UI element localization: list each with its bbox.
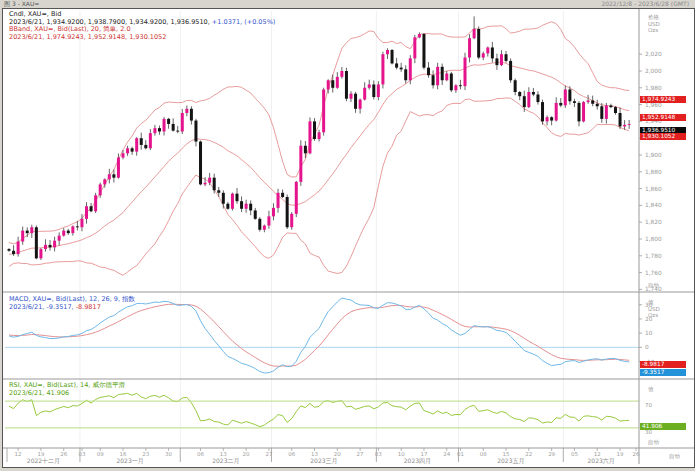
- candle-body: [432, 75, 435, 85]
- candle-body: [336, 77, 339, 88]
- rsi-clip: [9, 393, 629, 426]
- window-titlebar[interactable]: 图 3 - XAU= 2022/12/8 - 2023/6/28 (GMT): [0, 0, 695, 8]
- candle-body: [144, 145, 147, 148]
- day-tick-label: 20: [243, 451, 250, 457]
- candle-body: [372, 84, 375, 97]
- candle-body: [587, 100, 590, 102]
- candle-body: [267, 216, 270, 225]
- candle-body: [231, 194, 234, 209]
- candle-body: [491, 47, 494, 58]
- rsi-legend-value: 2023/6/21, 41.906: [9, 390, 125, 398]
- rsi-axis-auto-label[interactable]: 自动: [648, 439, 659, 446]
- candle-body: [286, 197, 289, 227]
- candle-body: [49, 245, 52, 248]
- candle-body: [26, 231, 29, 234]
- candle-body: [126, 148, 129, 153]
- candle-body: [304, 146, 307, 154]
- candle-body: [76, 226, 79, 227]
- candle-body: [505, 54, 508, 61]
- day-tick-label: 03: [78, 451, 85, 457]
- candle-body: [473, 29, 476, 38]
- price-tick-label: 2,000: [645, 68, 662, 74]
- price-tick-label: 1,760: [645, 270, 662, 276]
- indicator-lines: [5, 298, 639, 428]
- candle-body: [377, 84, 380, 97]
- candle-body: [185, 109, 188, 113]
- rsi-line: [9, 393, 629, 426]
- chart-window[interactable]: 70302,0202,0001,9801,9601,9401,9201,9001…: [2, 8, 695, 468]
- candle-body: [454, 85, 457, 90]
- candle-body: [258, 219, 261, 230]
- candle-body: [39, 249, 42, 258]
- candle-body: [578, 103, 581, 121]
- candle-body: [386, 50, 389, 54]
- candle-body: [308, 121, 311, 153]
- day-tick-label: 19: [617, 451, 624, 457]
- candle-body: [322, 89, 325, 132]
- candle-body: [213, 178, 216, 191]
- candle-body: [94, 195, 97, 211]
- day-tick-label: 27: [357, 451, 364, 457]
- candle-body: [436, 67, 439, 85]
- candle-body: [80, 219, 83, 227]
- grid-lines: [80, 11, 563, 448]
- candle-body: [318, 132, 321, 139]
- candle-body: [427, 68, 430, 76]
- candle-body: [331, 80, 334, 88]
- day-tick-label: 24: [443, 451, 450, 457]
- day-tick-label: 12: [15, 451, 22, 457]
- candle-body: [217, 190, 220, 193]
- candle-body: [413, 37, 416, 58]
- candle-body: [12, 251, 15, 254]
- candle-body: [122, 153, 125, 157]
- macd-legend-values: 2023/6/21, -9.3517, -8.9817: [9, 304, 135, 312]
- candle-body: [350, 94, 353, 99]
- candle-body: [263, 226, 266, 230]
- candlesticks[interactable]: [8, 16, 631, 260]
- chart-canvas[interactable]: 70302,0202,0001,9801,9601,9401,9201,9001…: [3, 9, 694, 467]
- macd-axis-header: 值USDOzs: [648, 299, 660, 319]
- candle-body: [555, 103, 558, 121]
- candle-body: [158, 128, 161, 131]
- time-axis-auto-label[interactable]: 自动: [669, 453, 680, 460]
- day-tick-label: 26: [633, 451, 640, 457]
- month-label: 2022十二月: [27, 457, 60, 465]
- price-legend: Cndl, XAU=, Bid 2023/6/21, 1,934.9200, 1…: [9, 11, 275, 41]
- candle-body: [327, 80, 330, 89]
- candle-body: [21, 231, 24, 242]
- rsi-value-badge: 41.906: [640, 423, 686, 430]
- macd-legend: MACD, XAU=, Bid(Last), 12, 26, 9, 指数 202…: [9, 296, 135, 311]
- rsi-legend: RSI, XAU=, Bid(Last), 14, 威尔德平滑 2023/6/2…: [9, 382, 125, 397]
- candle-body: [500, 54, 503, 65]
- candle-body: [546, 117, 549, 121]
- candle-body: [395, 63, 398, 67]
- candle-body: [509, 61, 512, 80]
- price-axis-badge: 1,974.9243: [640, 96, 686, 103]
- candle-body: [277, 193, 280, 208]
- candle-body: [359, 100, 362, 109]
- candle-body: [204, 183, 207, 185]
- candle-body: [140, 138, 143, 145]
- candle-body: [391, 50, 394, 63]
- candle-body: [44, 245, 47, 249]
- candle-body: [17, 242, 20, 255]
- candle-body: [477, 29, 480, 58]
- candle-body: [181, 113, 184, 131]
- candle-body: [8, 249, 11, 251]
- candle-body: [441, 67, 444, 80]
- candle-body: [614, 107, 617, 113]
- candle-body: [167, 119, 170, 124]
- day-tick-label: 03: [375, 451, 382, 457]
- candle-body: [523, 96, 526, 107]
- price-tick-label: 2,020: [645, 51, 662, 57]
- candle-body: [236, 194, 239, 202]
- candle-body: [459, 85, 462, 86]
- candle-body: [299, 146, 302, 182]
- price-axis-auto-label[interactable]: 自动: [648, 282, 659, 289]
- date-range-label: 2022/12/8 - 2023/6/28 (GMT): [601, 0, 689, 7]
- candle-body: [514, 80, 517, 92]
- candle-body: [295, 182, 298, 214]
- month-label: 2023三月: [310, 457, 337, 465]
- candle-body: [450, 74, 453, 91]
- candle-body: [313, 121, 316, 139]
